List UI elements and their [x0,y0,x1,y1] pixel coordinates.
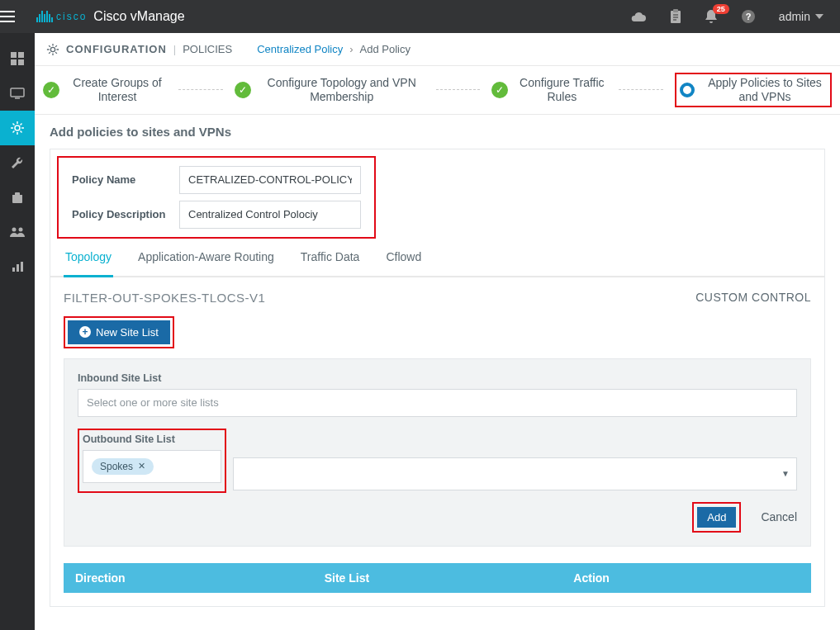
svg-point-10 [12,228,17,232]
crumb-current: Add Policy [360,43,411,55]
wizard: ✓ Create Groups of Interest ✓ Configure … [35,66,840,115]
outbound-site-list-input[interactable]: Spokes ✕ [83,450,221,483]
sidebar-configuration-icon[interactable] [0,111,35,145]
tab-cflowd[interactable]: Cflowd [384,239,423,276]
add-button[interactable]: Add [697,507,736,528]
inbound-placeholder: Select one or more site lists [87,396,219,409]
wizard-step-3[interactable]: ✓ Configure Traffic Rules [491,76,607,104]
svg-rect-1 [673,9,678,12]
tab-topology[interactable]: Topology [64,239,113,277]
site-config-panel: Inbound Site List Select one or more sit… [64,358,811,547]
svg-rect-12 [12,268,15,272]
sidebar-maintenance-icon[interactable] [0,180,35,215]
sidebar [0,33,35,630]
sidebar-analytics-icon[interactable] [0,249,35,284]
check-icon: ✓ [235,82,251,98]
plus-icon: + [79,326,91,338]
svg-point-11 [19,228,23,232]
policy-type-badge: CUSTOM CONTROL [695,291,811,304]
section-title: Add policies to sites and VPNs [35,115,840,149]
clipboard-icon[interactable] [670,9,681,24]
tab-app-aware[interactable]: Application-Aware Routing [136,239,276,276]
policy-form: Policy Name Policy Description Topology … [50,149,825,607]
product-name: Cisco vManage [93,9,184,24]
topbar: cisco Cisco vManage 25 ? admin [0,0,840,33]
user-menu[interactable]: admin [779,10,823,23]
svg-rect-5 [18,52,24,58]
crumb-section: CONFIGURATION [66,43,167,55]
policy-desc-label: Policy Description [72,208,179,220]
chevron-down-icon [815,14,823,19]
bell-icon[interactable]: 25 [705,9,718,24]
new-site-list-button[interactable]: + New Site List [68,320,170,344]
tab-traffic-data[interactable]: Traffic Data [299,239,362,276]
content: CONFIGURATION | POLICIES Centralized Pol… [35,33,840,630]
svg-rect-14 [21,262,23,272]
svg-rect-8 [11,88,24,97]
svg-rect-4 [11,52,17,58]
svg-point-15 [50,47,55,51]
inbound-site-list-input[interactable]: Select one or more site lists [78,389,797,417]
site-list-table: Direction Site List Action [64,563,811,593]
footer: BACK Preview Save Policy CANCEL [35,615,840,630]
gear-icon [46,43,59,56]
policy-desc-input[interactable] [179,201,361,229]
cancel-link[interactable]: Cancel [761,510,797,523]
crumb-subsection: POLICIES [183,43,232,55]
th-direction: Direction [64,563,313,593]
wizard-label-1: Create Groups of Interest [68,76,167,104]
wizard-step-4[interactable]: Apply Policies to Sites and VPNs [675,73,832,107]
th-action: Action [562,563,811,593]
current-step-icon [680,83,695,97]
wizard-step-1[interactable]: ✓ Create Groups of Interest [43,76,167,104]
chip-label: Spokes [100,461,133,472]
new-site-list-label: New Site List [96,326,159,339]
topology-block: FILTER-OUT-SPOKES-TLOCS-V1 CUSTOM CONTRO… [50,277,824,606]
help-icon[interactable]: ? [741,9,756,24]
admin-label: admin [779,10,810,23]
cloud-icon[interactable] [630,11,647,22]
outbound-chip[interactable]: Spokes ✕ [92,458,154,475]
cisco-logo: cisco [36,11,87,22]
wizard-label-4: Apply Policies to Sites and VPNs [703,76,827,104]
wizard-step-2[interactable]: ✓ Configure Topology and VPN Membership [235,76,425,104]
sidebar-tools-icon[interactable] [0,145,35,180]
crumb-link[interactable]: Centralized Policy [257,43,343,55]
svg-point-9 [15,126,20,130]
svg-text:?: ? [745,12,751,21]
wizard-label-3: Configure Traffic Rules [516,76,607,104]
th-site-list: Site List [313,563,562,593]
wizard-label-2: Configure Topology and VPN Membership [259,76,425,104]
outbound-site-list-extended[interactable]: ▼ [233,457,797,490]
sidebar-dashboard-icon[interactable] [0,41,35,76]
svg-rect-7 [18,59,24,65]
topology-policy-name: FILTER-OUT-SPOKES-TLOCS-V1 [64,291,265,305]
policy-name-label: Policy Name [72,173,179,186]
chevron-down-icon: ▼ [781,469,790,478]
inbound-label: Inbound Site List [78,372,797,384]
logo-text: cisco [56,11,87,22]
breadcrumb: CONFIGURATION | POLICIES Centralized Pol… [35,33,840,66]
policy-name-input[interactable] [179,166,361,194]
svg-rect-13 [17,264,19,272]
outbound-label: Outbound Site List [83,433,221,445]
policy-tabs: Topology Application-Aware Routing Traff… [50,239,824,277]
sidebar-admin-icon[interactable] [0,215,35,249]
check-icon: ✓ [491,82,508,98]
check-icon: ✓ [43,82,59,98]
hamburger-icon[interactable] [0,11,33,22]
svg-rect-6 [11,59,17,65]
notification-badge: 25 [713,4,729,14]
sidebar-monitor-icon[interactable] [0,76,35,111]
chip-remove-icon[interactable]: ✕ [138,461,145,471]
